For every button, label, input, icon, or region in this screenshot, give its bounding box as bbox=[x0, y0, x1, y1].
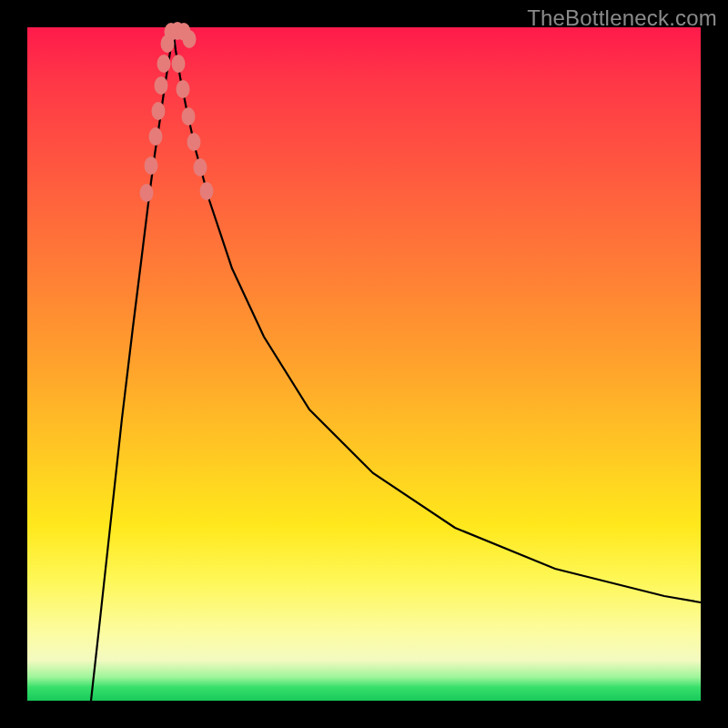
bead bbox=[172, 55, 186, 73]
bead bbox=[140, 184, 154, 202]
bead bbox=[145, 157, 158, 175]
bead bbox=[200, 182, 214, 200]
outer-frame: TheBottleneck.com bbox=[0, 0, 728, 728]
bead-cluster bbox=[140, 22, 214, 202]
bead bbox=[149, 127, 163, 146]
bead bbox=[194, 158, 207, 177]
bead bbox=[155, 76, 168, 95]
bead bbox=[187, 133, 201, 151]
curve-left-arm bbox=[91, 29, 173, 701]
bead bbox=[182, 107, 196, 126]
bead bbox=[152, 102, 166, 120]
bead bbox=[183, 30, 197, 48]
chart-overlay bbox=[27, 27, 701, 701]
bead bbox=[177, 80, 190, 98]
bead bbox=[157, 55, 171, 73]
curve-right-arm bbox=[173, 29, 701, 602]
watermark-text: TheBottleneck.com bbox=[527, 5, 717, 31]
